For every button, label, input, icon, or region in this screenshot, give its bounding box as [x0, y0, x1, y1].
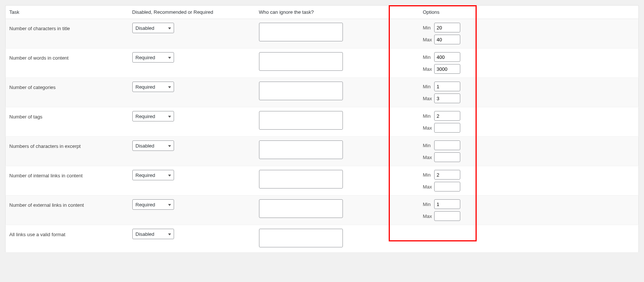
table-row: Number of tagsDisabledRecommendedRequire… [6, 107, 639, 137]
max-row: Max [423, 152, 635, 162]
table-row: Number of categoriesDisabledRecommendedR… [6, 78, 639, 107]
ignore-cell [255, 166, 401, 196]
tasks-settings-panel: Task Disabled, Recommended or Required W… [5, 5, 639, 253]
ignore-input[interactable] [259, 52, 343, 71]
ignore-input[interactable] [259, 111, 343, 130]
ignore-input[interactable] [259, 82, 343, 100]
mode-cell: DisabledRecommendedRequired [129, 137, 255, 166]
min-row: Min [423, 111, 635, 121]
min-label: Min [423, 84, 434, 89]
options-cell: MinMax [401, 107, 639, 137]
mode-select-wrap: DisabledRecommendedRequired [132, 23, 174, 33]
options-cell: MinMax [401, 137, 639, 166]
options-cell: MinMax [401, 78, 639, 107]
task-name-cell: Number of categories [6, 78, 129, 107]
task-name-cell: All links use a valid format [6, 225, 129, 253]
max-input[interactable] [434, 94, 460, 103]
mode-cell: DisabledRecommendedRequired [129, 107, 255, 137]
mode-cell: DisabledRecommendedRequired [129, 166, 255, 196]
min-input[interactable] [434, 52, 460, 62]
ignore-input[interactable] [259, 23, 343, 41]
max-label: Max [423, 184, 434, 190]
max-row: Max [423, 64, 635, 74]
min-input[interactable] [434, 170, 460, 180]
ignore-cell [255, 107, 401, 137]
mode-select-wrap: DisabledRecommendedRequired [132, 229, 174, 239]
max-input[interactable] [434, 152, 460, 162]
task-name-cell: Number of internal links in content [6, 166, 129, 196]
mode-select-wrap: DisabledRecommendedRequired [132, 52, 174, 63]
min-label: Min [423, 113, 434, 119]
mode-select[interactable]: DisabledRecommendedRequired [132, 111, 174, 121]
ignore-input[interactable] [259, 140, 343, 159]
ignore-cell [255, 225, 401, 253]
min-input[interactable] [434, 140, 460, 150]
max-input[interactable] [434, 182, 460, 191]
mode-select[interactable]: DisabledRecommendedRequired [132, 82, 174, 92]
task-name-cell: Number of characters in title [6, 19, 129, 48]
max-label: Max [423, 37, 434, 42]
mode-select-wrap: DisabledRecommendedRequired [132, 199, 174, 210]
mode-select-wrap: DisabledRecommendedRequired [132, 82, 174, 92]
mode-select[interactable]: DisabledRecommendedRequired [132, 140, 174, 151]
table-row: Numbers of characters in excerptDisabled… [6, 137, 639, 166]
min-input[interactable] [434, 111, 460, 121]
mode-select[interactable]: DisabledRecommendedRequired [132, 52, 174, 63]
task-name-cell: Number of external links in content [6, 196, 129, 225]
options-cell [401, 225, 639, 253]
table-row: All links use a valid formatDisabledReco… [6, 225, 639, 253]
max-label: Max [423, 125, 434, 131]
min-row: Min [423, 52, 635, 62]
ignore-input[interactable] [259, 170, 343, 188]
ignore-cell [255, 48, 401, 78]
min-row: Min [423, 170, 635, 180]
ignore-cell [255, 196, 401, 225]
ignore-cell [255, 78, 401, 107]
table-row: Number of characters in titleDisabledRec… [6, 19, 639, 48]
mode-select[interactable]: DisabledRecommendedRequired [132, 170, 174, 180]
max-input[interactable] [434, 35, 460, 44]
mode-select[interactable]: DisabledRecommendedRequired [132, 23, 174, 33]
mode-select-wrap: DisabledRecommendedRequired [132, 140, 174, 151]
header-mode: Disabled, Recommended or Required [129, 6, 255, 19]
min-label: Min [423, 202, 434, 207]
task-name-cell: Number of tags [6, 107, 129, 137]
max-input[interactable] [434, 64, 460, 74]
min-label: Min [423, 143, 434, 148]
options-cell: MinMax [401, 48, 639, 78]
max-row: Max [423, 123, 635, 133]
max-label: Max [423, 155, 434, 160]
mode-select[interactable]: DisabledRecommendedRequired [132, 199, 174, 210]
mode-cell: DisabledRecommendedRequired [129, 78, 255, 107]
table-row: Number of words in contentDisabledRecomm… [6, 48, 639, 78]
min-row: Min [423, 23, 635, 32]
mode-cell: DisabledRecommendedRequired [129, 196, 255, 225]
ignore-input[interactable] [259, 199, 343, 218]
header-ignore: Who can ignore the task? [255, 6, 401, 19]
mode-select[interactable]: DisabledRecommendedRequired [132, 229, 174, 239]
options-cell: MinMax [401, 166, 639, 196]
min-row: Min [423, 82, 635, 91]
options-cell: MinMax [401, 19, 639, 48]
min-row: Min [423, 199, 635, 209]
min-label: Min [423, 25, 434, 31]
max-row: Max [423, 35, 635, 44]
max-input[interactable] [434, 123, 460, 133]
table-row: Number of external links in contentDisab… [6, 196, 639, 225]
min-label: Min [423, 172, 434, 178]
max-row: Max [423, 211, 635, 221]
tasks-table: Task Disabled, Recommended or Required W… [5, 5, 639, 253]
header-options: Options [401, 6, 639, 19]
ignore-cell [255, 19, 401, 48]
max-input[interactable] [434, 211, 460, 221]
mode-select-wrap: DisabledRecommendedRequired [132, 170, 174, 180]
max-label: Max [423, 96, 434, 101]
min-row: Min [423, 140, 635, 150]
min-input[interactable] [434, 23, 460, 32]
max-row: Max [423, 182, 635, 191]
min-input[interactable] [434, 199, 460, 209]
min-input[interactable] [434, 82, 460, 91]
ignore-input[interactable] [259, 229, 343, 247]
mode-cell: DisabledRecommendedRequired [129, 19, 255, 48]
mode-cell: DisabledRecommendedRequired [129, 225, 255, 253]
